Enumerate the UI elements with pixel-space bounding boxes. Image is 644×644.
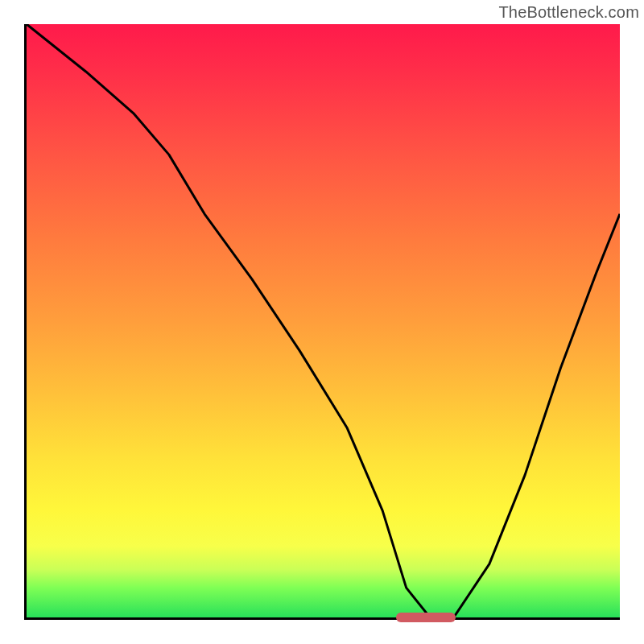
chart-plot-area: [24, 24, 620, 620]
chart-curve-svg: [27, 24, 620, 617]
chart-curve-path: [27, 24, 620, 617]
attribution-text: TheBottleneck.com: [498, 3, 639, 22]
chart-min-marker: [396, 613, 456, 622]
